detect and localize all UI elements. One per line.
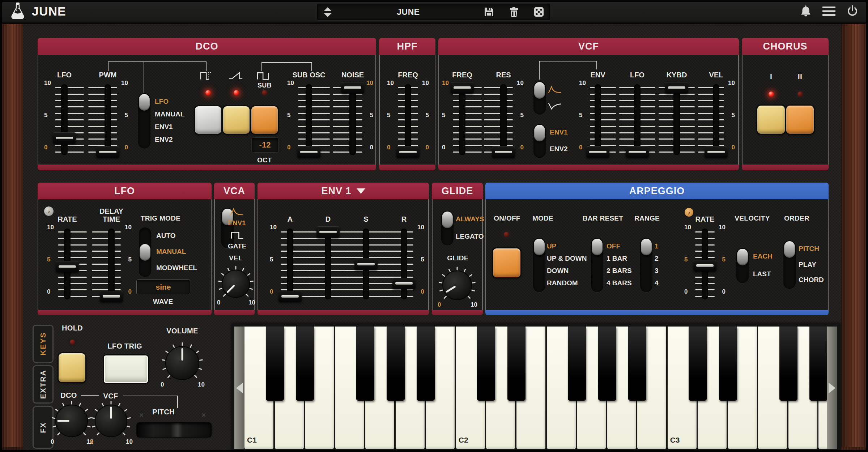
- tab-extra[interactable]: EXTRA: [33, 365, 54, 404]
- dropdown-caret-icon[interactable]: [357, 188, 365, 194]
- vcf-lfo-handle[interactable]: [626, 146, 649, 158]
- delete-preset-button[interactable]: [509, 7, 519, 17]
- lfo-delay-slider[interactable]: DELAYTIME1050: [91, 206, 132, 311]
- lfo-rate-handle[interactable]: [56, 261, 79, 272]
- arp-bar-reset-switch-option[interactable]: 1 BAR: [607, 255, 627, 263]
- key-D3-sharp[interactable]: [719, 327, 737, 401]
- key-G1-sharp[interactable]: [387, 327, 405, 401]
- dco-pwm-source-switch-option[interactable]: ENV2: [155, 136, 173, 144]
- tab-keys[interactable]: KEYS: [33, 325, 54, 363]
- lfo-trig-switch-option[interactable]: AUTO: [156, 232, 175, 240]
- key-A1-sharp[interactable]: [417, 327, 435, 401]
- arp-mode-switch-knob[interactable]: [534, 239, 545, 255]
- key-C1-sharp[interactable]: [266, 327, 284, 401]
- vcf-polarity-switch-option[interactable]: [548, 85, 562, 96]
- hpf-freq-handle[interactable]: [396, 146, 420, 158]
- dco-pwm-slider[interactable]: PWM1050: [88, 62, 128, 167]
- vcf-env-switch-option[interactable]: ENV2: [550, 145, 568, 153]
- vcf-polarity-switch-knob[interactable]: [534, 82, 545, 99]
- arp-order-switch-option[interactable]: PITCH: [799, 245, 819, 253]
- arp-bar-reset-switch-knob[interactable]: [592, 239, 603, 255]
- key-F1-sharp[interactable]: [356, 327, 374, 401]
- env1-attack-handle[interactable]: [278, 291, 302, 302]
- lfo-rate-slider[interactable]: RATE1050: [47, 206, 88, 311]
- arp-order-switch-option[interactable]: PLAY: [799, 261, 816, 269]
- key-G2-sharp[interactable]: [598, 327, 616, 401]
- arp-velocity-switch-knob[interactable]: [737, 249, 748, 265]
- key-A2-sharp[interactable]: [628, 327, 646, 401]
- vcf-env-switch-knob[interactable]: [534, 125, 545, 141]
- glide-mode-switch-option[interactable]: ALWAYS: [456, 215, 484, 223]
- env1-decay-handle[interactable]: [316, 226, 340, 238]
- key-D2-sharp[interactable]: [507, 327, 526, 401]
- dco-saw-button[interactable]: [223, 106, 250, 134]
- vcf-freq-handle[interactable]: [451, 82, 474, 93]
- arp-range-switch-knob[interactable]: [641, 239, 652, 255]
- notifications-button[interactable]: [800, 5, 812, 17]
- vcf-kybd-handle[interactable]: [665, 82, 688, 93]
- key-F3-sharp[interactable]: [779, 327, 797, 401]
- arp-order-switch-knob[interactable]: [784, 241, 795, 258]
- vcf-res-slider[interactable]: RES1050: [483, 62, 524, 167]
- arp-velocity-switch-option[interactable]: EACH: [753, 252, 773, 260]
- arp-bar-reset-switch-option[interactable]: OFF: [607, 242, 620, 250]
- key-F2-sharp[interactable]: [568, 327, 586, 401]
- hpf-freq-slider[interactable]: FREQ10105500: [387, 62, 429, 167]
- dco-noise-slider[interactable]: NOISE1050: [332, 62, 373, 167]
- arp-mode-switch-option[interactable]: DOWN: [547, 267, 569, 275]
- arp-rate-handle[interactable]: [693, 260, 716, 271]
- preset-next-button[interactable]: [324, 13, 332, 17]
- save-preset-button[interactable]: [484, 7, 494, 17]
- glide-mode-switch-option[interactable]: LEGATO: [456, 233, 484, 240]
- vcf-env-switch-option[interactable]: ENV1: [550, 128, 568, 136]
- dco-octave-display[interactable]: -12: [251, 137, 278, 153]
- preset-prev-button[interactable]: [324, 7, 332, 11]
- vca-mode-switch-option[interactable]: GATE: [228, 230, 246, 250]
- vcf-env-handle[interactable]: [586, 146, 609, 158]
- key-C2-sharp[interactable]: [477, 327, 495, 401]
- lfo-delay-handle[interactable]: [100, 291, 123, 302]
- arp-bar-reset-switch-option[interactable]: 4 BARS: [607, 279, 632, 287]
- dco-pwm-source-switch-option[interactable]: MANUAL: [155, 110, 184, 118]
- chorus-2-button[interactable]: [786, 106, 814, 134]
- hold-button[interactable]: [59, 353, 85, 382]
- arp-range-switch-option[interactable]: 2: [655, 255, 659, 263]
- chorus-1-button[interactable]: [757, 106, 785, 134]
- lfo-trig-button[interactable]: [104, 355, 148, 383]
- dco-noise-handle[interactable]: [341, 82, 364, 93]
- vcf-res-handle[interactable]: [492, 146, 515, 158]
- vca-vel-knob[interactable]: [218, 266, 254, 302]
- glide-mode-switch-knob[interactable]: [442, 212, 453, 228]
- octave-down-button[interactable]: [234, 327, 244, 449]
- dco-pwm-source-switch-option[interactable]: LFO: [155, 98, 169, 106]
- env1-release-slider[interactable]: R1050: [384, 206, 424, 311]
- octave-up-button[interactable]: [827, 327, 837, 449]
- arp-bar-reset-switch-option[interactable]: 2 BARS: [607, 267, 632, 275]
- pitch-wheel[interactable]: [136, 422, 212, 438]
- key-C3-sharp[interactable]: [689, 327, 707, 401]
- preset-name[interactable]: JUNE: [361, 7, 455, 17]
- vcf-vel-slider[interactable]: VEL1050: [697, 62, 735, 167]
- lfo-trig-switch-knob[interactable]: [140, 244, 150, 261]
- power-button[interactable]: [846, 5, 859, 17]
- arp-range-switch-option[interactable]: 1: [655, 242, 659, 250]
- dco-pwm-handle[interactable]: [96, 146, 119, 158]
- arp-order-switch-option[interactable]: CHORD: [799, 276, 824, 284]
- randomize-preset-button[interactable]: [533, 7, 544, 17]
- lfo-wave-select[interactable]: sine: [136, 280, 190, 294]
- dco-lfo-handle[interactable]: [53, 132, 76, 144]
- vcf-polarity-switch-option[interactable]: [548, 101, 562, 112]
- vca-mode-switch-option[interactable]: ENV1: [228, 207, 246, 227]
- dco-pwm-source-switch-option[interactable]: ENV1: [155, 123, 173, 131]
- glide-knob[interactable]: [438, 266, 476, 304]
- env1-header[interactable]: ENV 1: [258, 183, 429, 199]
- key-G3-sharp[interactable]: [809, 327, 827, 401]
- menu-button[interactable]: [822, 6, 836, 17]
- env1-sustain-handle[interactable]: [354, 259, 378, 270]
- dco-pwm-source-switch-knob[interactable]: [139, 94, 150, 111]
- vcf-vel-handle[interactable]: [705, 146, 728, 158]
- lfo-trig-switch-option[interactable]: MANUAL: [156, 248, 186, 256]
- dco-bend-knob[interactable]: [51, 401, 92, 441]
- arp-mode-switch-option[interactable]: UP & DOWN: [547, 255, 587, 263]
- arp-range-switch-option[interactable]: 3: [655, 267, 659, 275]
